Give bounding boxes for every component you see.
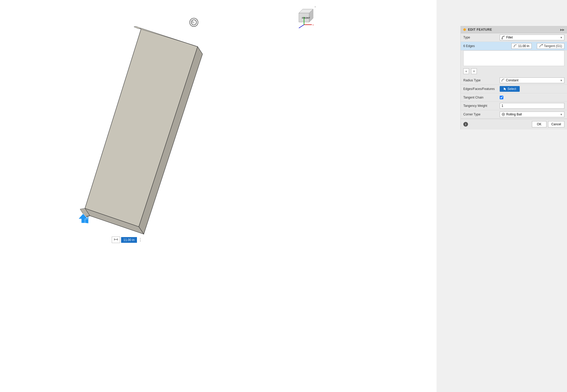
add-button[interactable]: + — [463, 68, 469, 74]
panel-footer: i OK Cancel — [461, 119, 567, 129]
svg-text:FRONT: FRONT — [302, 17, 310, 19]
edges-row[interactable]: 6 Edges 11.00 in Tangent (G1) — [461, 42, 567, 50]
svg-point-25 — [542, 44, 543, 45]
tangent-box[interactable]: Tangent (G1) — [537, 43, 564, 49]
radius-type-content: Constant ▼ — [500, 77, 564, 83]
edges-count: 6 Edges — [463, 44, 510, 48]
radius-type-icon — [502, 79, 505, 82]
panel-status-dot — [463, 28, 466, 31]
tangent-label: Tangent (G1) — [544, 44, 562, 48]
edit-feature-panel: EDIT FEATURE ▶▶ Type Fillet ▼ 6 Edges — [460, 26, 567, 129]
radius-type-row: Radius Type Constant ▼ — [461, 76, 567, 85]
tangency-weight-content — [500, 103, 564, 109]
loop-icon: ↻ — [189, 18, 199, 28]
svg-rect-24 — [502, 38, 503, 39]
corner-type-row: Corner Type Rolling Ball ▼ — [461, 110, 567, 119]
info-icon[interactable]: i — [463, 122, 468, 127]
tangent-chain-checkbox[interactable] — [500, 96, 503, 99]
svg-marker-6 — [134, 26, 141, 29]
radius-type-arrow: ▼ — [560, 79, 563, 82]
3d-model — [21, 23, 208, 237]
corner-type-label: Corner Type — [463, 113, 500, 116]
type-content: Fillet ▼ — [500, 35, 564, 40]
tangency-weight-row: Tangency Weight — [461, 102, 567, 110]
svg-marker-26 — [504, 88, 506, 90]
panel-header: EDIT FEATURE ▶▶ — [461, 26, 567, 33]
edges-value: 11.00 in — [518, 44, 529, 48]
radius-type-label: Radius Type — [463, 79, 500, 82]
edges-value-box[interactable]: 11.00 in — [511, 43, 532, 49]
add-remove-row: + × — [461, 67, 567, 76]
selection-arrow — [78, 213, 88, 224]
corner-type-icon — [502, 113, 505, 116]
edges-value-icon — [514, 44, 517, 48]
svg-text:↻: ↻ — [192, 21, 194, 24]
cancel-button[interactable]: Cancel — [548, 121, 564, 127]
tangent-chain-label: Tangent Chain — [463, 96, 500, 99]
dimension-value[interactable]: 11.00 in — [121, 237, 137, 243]
edges-faces-content: Select — [500, 86, 564, 92]
dimension-annotation: 11.00 in ⋮ — [112, 237, 143, 243]
tangency-weight-label: Tangency Weight — [463, 104, 500, 108]
corner-type-arrow: ▼ — [560, 113, 563, 116]
svg-point-28 — [503, 114, 504, 115]
edges-faces-label: Edges/Faces/Features — [463, 87, 500, 91]
cursor-icon — [503, 87, 506, 90]
type-value: Fillet — [506, 36, 513, 39]
radius-type-value: Constant — [506, 79, 518, 82]
corner-type-content: Rolling Ball ▼ — [500, 112, 564, 117]
navigation-cube[interactable]: FRONT x × — [291, 5, 317, 29]
type-label: Type — [463, 36, 500, 39]
corner-type-value: Rolling Ball — [506, 113, 522, 116]
svg-line-21 — [299, 25, 304, 28]
remove-button[interactable]: × — [471, 68, 477, 74]
type-dropdown-arrow: ▼ — [560, 36, 563, 39]
svg-marker-0 — [85, 28, 198, 227]
corner-type-dropdown[interactable]: Rolling Ball ▼ — [500, 112, 564, 117]
tangency-weight-input[interactable] — [500, 103, 564, 109]
type-row: Type Fillet ▼ — [461, 33, 567, 42]
ok-button[interactable]: OK — [532, 121, 546, 127]
dimension-menu[interactable]: ⋮ — [138, 238, 143, 242]
tangent-icon — [539, 44, 543, 48]
panel-title: EDIT FEATURE — [468, 28, 492, 31]
dim-prefix — [112, 237, 120, 243]
svg-text:x: x — [313, 24, 314, 26]
select-label: Select — [507, 87, 516, 91]
radius-type-dropdown[interactable]: Constant ▼ — [500, 77, 564, 83]
svg-text:×: × — [314, 5, 316, 8]
tangent-chain-content — [500, 96, 564, 99]
fillet-type-icon — [502, 36, 505, 39]
edges-list-area — [463, 50, 564, 66]
tangent-chain-row: Tangent Chain — [461, 93, 567, 102]
type-dropdown[interactable]: Fillet ▼ — [500, 35, 564, 40]
panel-expand-icon[interactable]: ▶▶ — [560, 28, 564, 31]
3d-viewport[interactable]: ↻ 11.00 in ⋮ FRONT — [0, 0, 437, 392]
select-button[interactable]: Select — [500, 86, 520, 92]
edges-faces-row: Edges/Faces/Features Select — [461, 85, 567, 93]
